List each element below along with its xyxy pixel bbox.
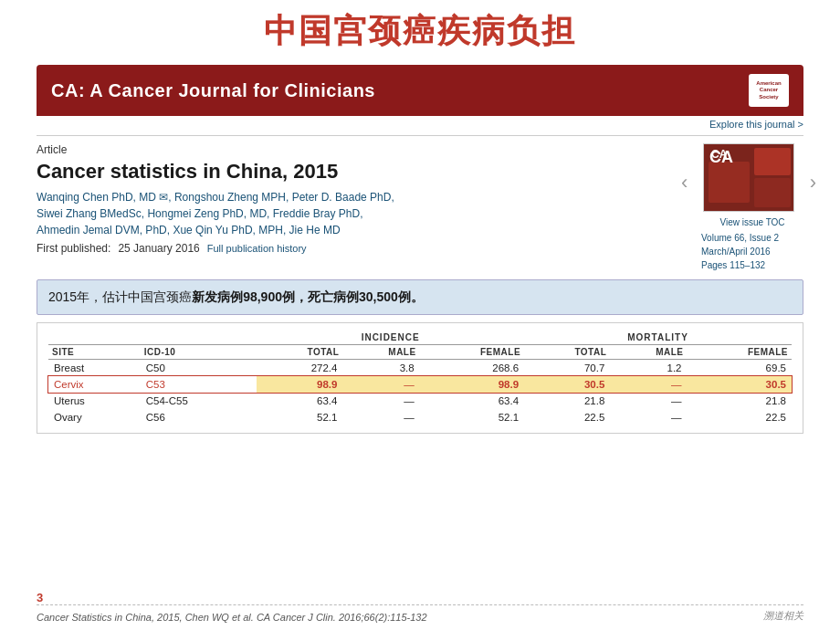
toc-volume: Volume 66, Issue 2 (701, 233, 779, 243)
table-cell: 63.4 (420, 393, 524, 409)
table-row: OvaryC5652.1—52.122.5—22.5 (48, 409, 792, 425)
statement-bold: 新发病例98,900例，死亡病例30,500例。 (192, 289, 424, 304)
journal-banner-title: CA: A Cancer Journal for Clinicians (51, 80, 375, 101)
table-row: CervixC5398.9—98.930.5—30.5 (48, 376, 792, 393)
table-cell: 98.9 (420, 376, 524, 393)
slide-number: 3 (37, 591, 43, 604)
th-mortality-group: MORTALITY (524, 331, 792, 345)
th-mort-total: TOTAL (524, 345, 610, 360)
th-mort-male: MALE (610, 345, 687, 360)
svg-rect-3 (709, 162, 750, 203)
table-body: BreastC50272.43.8268.670.71.269.5CervixC… (48, 360, 792, 426)
journal-banner: CA: A Cancer Journal for Clinicians Amer… (37, 65, 803, 116)
page-title: 中国宫颈癌疾病负担 (37, 9, 803, 54)
toc-info-panel: View issue TOC Volume 66, Issue 2 March/… (694, 215, 803, 272)
authors-line-3: Ahmedin Jemal DVM, PhD, Xue Qin Yu PhD, … (37, 224, 341, 236)
table-cell: 21.8 (688, 393, 792, 409)
th-inc-total: TOTAL (257, 345, 342, 360)
th-mort-female: FEMALE (688, 345, 792, 360)
table-cell: 98.9 (257, 376, 342, 393)
statement-prefix: 2015年，估计中国宫颈癌 (48, 289, 192, 304)
article-left-panel: Article Cancer statistics in China, 2015… (37, 143, 685, 255)
table-cell: C54-C55 (141, 393, 257, 409)
article-content-row: Article Cancer statistics in China, 2015… (37, 143, 803, 272)
th-inc-male: MALE (342, 345, 419, 360)
table-cell: 70.7 (524, 360, 610, 377)
table-cell: 1.2 (610, 360, 687, 377)
table-cell: 30.5 (524, 376, 610, 393)
table-cell: — (342, 393, 419, 409)
table-cell: C53 (141, 376, 257, 393)
article-title: Cancer statistics in China, 2015 (37, 160, 685, 184)
table-cell: — (342, 409, 419, 425)
table-row: UterusC54-C5563.4—63.421.8—21.8 (48, 393, 792, 409)
table-cell: — (610, 393, 687, 409)
toc-cover-image: CA (703, 143, 794, 212)
article-type-label: Article (37, 143, 685, 156)
table-cell: 52.1 (420, 409, 524, 425)
table-cell: 3.8 (342, 360, 419, 377)
table-cell: 63.4 (257, 393, 342, 409)
toc-cover-svg: CA (704, 143, 793, 212)
toc-nav-left-icon[interactable]: ‹ (681, 171, 688, 194)
table-cell: 22.5 (524, 409, 610, 425)
table-group-header-row: INCIDENCE MORTALITY (48, 331, 792, 345)
full-publication-history-link[interactable]: Full publication history (207, 243, 307, 254)
th-icd: ICD-10 (141, 345, 257, 360)
authors-line-2: Siwei Zhang BMedSc, Hongmei Zeng PhD, MD… (37, 207, 362, 220)
table-cell: Breast (48, 360, 141, 377)
explore-journal-link[interactable]: Explore this journal > (709, 119, 803, 130)
table-col-header-row: SITE ICD-10 TOTAL MALE FEMALE TOTAL MALE… (48, 345, 792, 360)
published-date: 25 January 2016 (118, 242, 199, 255)
journal-explore-bar: Explore this journal > (37, 116, 803, 136)
stats-table-wrapper: INCIDENCE MORTALITY SITE ICD-10 TOTAL MA… (37, 322, 803, 434)
view-issue-toc-link[interactable]: View issue TOC (701, 215, 803, 229)
acs-logo: American Cancer Society (749, 74, 789, 107)
table-cell: 52.1 (257, 409, 342, 425)
toc-pages: Pages 115–132 (701, 260, 765, 270)
table-cell: 22.5 (688, 409, 792, 425)
svg-rect-1 (754, 148, 791, 175)
journal-toc-panel: ‹ CA › View issue TOC Volume 66, Issue 2… (694, 143, 803, 272)
authors-line-1: Wanqing Chen PhD, MD ✉, Rongshou Zheng M… (37, 191, 394, 204)
acs-logo-container: American Cancer Society (749, 74, 789, 107)
citation-text: Cancer Statistics in China, 2015, Chen W… (37, 612, 427, 623)
table-cell: 268.6 (420, 360, 524, 377)
table-cell: Uterus (48, 393, 141, 409)
article-published-row: First published: 25 January 2016 Full pu… (37, 242, 685, 255)
slide-container: 中国宫颈癌疾病负担 CA: A Cancer Journal for Clini… (0, 0, 840, 630)
table-cell: C56 (141, 409, 257, 425)
toc-nav-right-icon[interactable]: › (810, 171, 816, 194)
table-cell: Ovary (48, 409, 141, 425)
th-incidence-group: INCIDENCE (257, 331, 524, 345)
svg-text:CA: CA (711, 148, 728, 161)
bottom-citation: Cancer Statistics in China, 2015, Chen W… (37, 604, 803, 623)
table-cell: 21.8 (524, 393, 610, 409)
svg-rect-2 (754, 178, 791, 207)
table-cell: — (610, 409, 687, 425)
article-authors: Wanqing Chen PhD, MD ✉, Rongshou Zheng M… (37, 189, 685, 238)
table-row: BreastC50272.43.8268.670.71.269.5 (48, 360, 792, 377)
highlight-statement: 2015年，估计中国宫颈癌新发病例98,900例，死亡病例30,500例。 (37, 279, 803, 315)
table-cell: 30.5 (688, 376, 792, 393)
watermark-text: 溯道相关 (763, 609, 803, 623)
table-cell: — (610, 376, 687, 393)
th-site: SITE (48, 345, 141, 360)
published-label: First published: (37, 242, 110, 255)
th-inc-female: FEMALE (420, 345, 524, 360)
stats-table: INCIDENCE MORTALITY SITE ICD-10 TOTAL MA… (48, 331, 792, 425)
table-cell: Cervix (48, 376, 141, 393)
toc-period: March/April 2016 (701, 247, 771, 257)
th-site-group (48, 331, 257, 345)
table-cell: 272.4 (257, 360, 342, 377)
table-cell: 69.5 (688, 360, 792, 377)
table-cell: C50 (141, 360, 257, 377)
table-cell: — (342, 376, 419, 393)
